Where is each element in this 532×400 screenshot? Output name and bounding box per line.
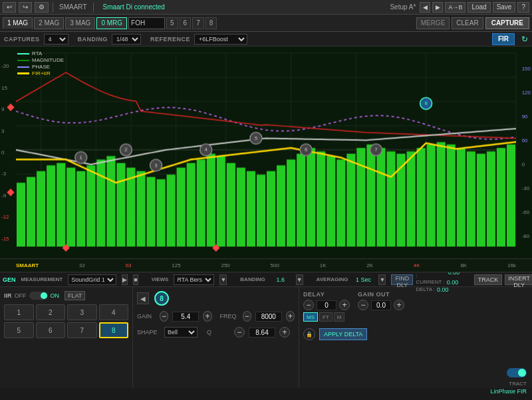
nav-left-button[interactable]: ◀ bbox=[420, 2, 430, 13]
flat-button[interactable]: FLAT bbox=[65, 291, 85, 300]
band-btn-3[interactable]: 3 bbox=[67, 304, 97, 320]
undo-button[interactable]: ↩ bbox=[3, 2, 16, 13]
gain-minus[interactable]: − bbox=[160, 311, 168, 322]
iir-toggle[interactable] bbox=[29, 292, 48, 300]
ms-button[interactable]: MS bbox=[303, 312, 318, 322]
capture-button[interactable]: CAPTURE bbox=[485, 17, 529, 29]
gain-out-minus[interactable]: − bbox=[358, 300, 368, 310]
band-btn-8[interactable]: 8 bbox=[99, 322, 129, 338]
y-label-top: -20 bbox=[1, 63, 9, 69]
find-dly-button[interactable]: FIND DLY bbox=[391, 274, 413, 285]
foh-input[interactable] bbox=[128, 17, 165, 29]
tab-3mag[interactable]: 3 MAG bbox=[65, 17, 95, 29]
y-right-0: 0 bbox=[522, 161, 531, 167]
band-btn-5[interactable]: 5 bbox=[4, 322, 34, 338]
delay-minus[interactable]: − bbox=[303, 300, 314, 310]
source-select[interactable]: SoundGrid 1 bbox=[68, 274, 116, 285]
captures-select[interactable]: 4816 bbox=[44, 34, 68, 45]
top-bar-right: Setup A* ◀ ▶ A→B Load Save ? bbox=[388, 2, 529, 13]
band-btn-2[interactable]: 2 bbox=[36, 304, 66, 320]
q-minus[interactable]: − bbox=[234, 327, 245, 338]
freq-16k: 16k bbox=[507, 262, 516, 268]
tract-toggle-thumb bbox=[518, 369, 526, 377]
shape-row: SHAPE BellLowShelfHighShelfLowCutHighCut… bbox=[137, 327, 295, 338]
rta-color bbox=[17, 53, 29, 54]
tab-2mag[interactable]: 2 MAG bbox=[34, 17, 64, 29]
freq-250: 250 bbox=[221, 262, 229, 268]
view-down[interactable]: ▼ bbox=[219, 274, 227, 285]
redo-button[interactable]: ↪ bbox=[19, 2, 32, 13]
shape-select[interactable]: BellLowShelfHighShelfLowCutHighCut bbox=[164, 327, 198, 338]
apply-delta-button[interactable]: APPLY DELTA bbox=[319, 328, 367, 340]
y-label-m3: -3 bbox=[1, 171, 9, 177]
gain-out-group: GAIN OUT − 0.0 + bbox=[358, 291, 404, 322]
save-button[interactable]: Save bbox=[493, 2, 516, 13]
band-btn-7[interactable]: 7 bbox=[67, 322, 97, 338]
tab-1mag[interactable]: 1 MAG bbox=[3, 17, 33, 29]
tab-mrg[interactable]: 0 MRG bbox=[96, 17, 127, 29]
delay-row: − 0 + bbox=[303, 300, 350, 310]
banding-select[interactable]: 1/481/241/12 bbox=[112, 34, 141, 45]
band-btn-1[interactable]: 1 bbox=[4, 304, 34, 320]
stop-button[interactable]: ■ bbox=[133, 274, 138, 285]
num-5[interactable]: 5 bbox=[166, 17, 178, 29]
freq-plus[interactable]: + bbox=[286, 311, 295, 322]
freq-8k: 8K bbox=[460, 262, 467, 268]
y-right-120: 120 bbox=[522, 90, 531, 96]
reference-label: REFERENCE bbox=[150, 36, 190, 43]
y-right-150: 150 bbox=[522, 66, 531, 72]
band-btn-4[interactable]: 4 bbox=[99, 304, 129, 320]
banding-ctrl-val: 1.6 bbox=[271, 276, 291, 283]
iir-section: IIR OFF ON FLAT 1 2 3 4 5 6 7 8 bbox=[0, 287, 133, 388]
band-btn-6[interactable]: 6 bbox=[36, 322, 66, 338]
chart-canvas bbox=[0, 47, 532, 258]
lock-icon[interactable]: 🔒 bbox=[303, 328, 315, 340]
current-val: 0.00 bbox=[447, 279, 470, 286]
gain-out-label: GAIN OUT bbox=[358, 291, 404, 298]
track-button[interactable]: TRACK bbox=[474, 274, 503, 285]
num-8[interactable]: 8 bbox=[205, 17, 217, 29]
current-label: CURRENT : bbox=[416, 279, 444, 285]
help-button[interactable]: ? bbox=[517, 2, 529, 13]
tract-toggle-row bbox=[507, 368, 527, 377]
y-right-60: 60 bbox=[522, 138, 531, 144]
y-right-90: 90 bbox=[522, 114, 531, 120]
gain-plus[interactable]: + bbox=[203, 311, 211, 322]
merge-button[interactable]: MERGE bbox=[416, 17, 450, 29]
top-bar: ↩ ↪ ⚙ SMAART Smaart Di connected Setup A… bbox=[0, 0, 532, 15]
clear-button[interactable]: CLEAR bbox=[452, 17, 483, 29]
reference-select[interactable]: +6LFBoost bbox=[194, 34, 247, 45]
num-7[interactable]: 7 bbox=[192, 17, 204, 29]
eq-header: ◀ 8 bbox=[137, 291, 295, 306]
status-label: Smaart Di connected bbox=[103, 3, 165, 11]
iir-on-label: ON bbox=[51, 292, 60, 299]
play-button[interactable]: ▶ bbox=[122, 274, 128, 285]
ab-button[interactable]: A→B bbox=[445, 2, 466, 13]
fir-button[interactable]: FIR bbox=[492, 33, 515, 45]
nav-right-button[interactable]: ▶ bbox=[432, 2, 443, 13]
averaging-down[interactable]: ▼ bbox=[378, 274, 386, 285]
refresh-icon[interactable]: ↻ bbox=[521, 35, 528, 44]
iir-controls: IIR OFF ON FLAT bbox=[4, 291, 128, 300]
delay-plus[interactable]: + bbox=[339, 300, 350, 310]
tract-toggle[interactable] bbox=[507, 368, 527, 377]
gen-button[interactable]: GEN bbox=[3, 276, 16, 283]
banding-down[interactable]: ▼ bbox=[296, 274, 303, 285]
insert-dly-button[interactable]: INSERT DLY bbox=[505, 274, 532, 285]
freq-minus[interactable]: − bbox=[243, 311, 251, 322]
banding-label: BANDING bbox=[78, 36, 108, 43]
firiir-label: FIR+IIR bbox=[32, 70, 51, 76]
chart-bottom: SMAART 32 63 125 250 500 1K 2K 4K 8K 16k bbox=[0, 259, 532, 272]
ft-button[interactable]: FT bbox=[319, 312, 332, 322]
gain-out-plus[interactable]: + bbox=[394, 300, 404, 310]
num-6[interactable]: 6 bbox=[180, 17, 192, 29]
delay-section: DELAY − 0 + MS FT M GAIN OUT − 0.0 + bbox=[299, 287, 532, 388]
eq-back-button[interactable]: ◀ bbox=[137, 292, 149, 304]
m-button[interactable]: M bbox=[334, 312, 345, 322]
load-button[interactable]: Load bbox=[467, 2, 490, 13]
settings-button[interactable]: ⚙ bbox=[35, 2, 49, 13]
rta-label: RTA bbox=[32, 50, 42, 56]
view-select[interactable]: RTA Bers bbox=[174, 274, 214, 285]
q-plus[interactable]: + bbox=[279, 327, 290, 338]
separator2 bbox=[93, 3, 94, 12]
